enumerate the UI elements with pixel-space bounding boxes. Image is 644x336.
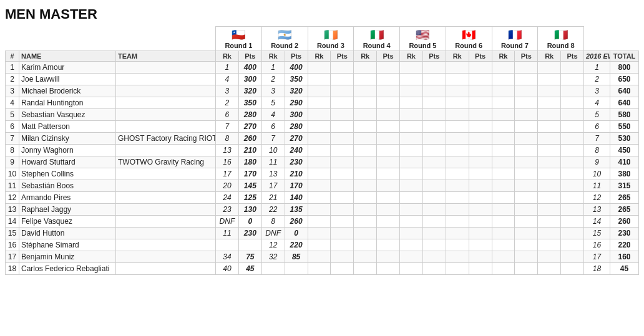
table-cell (308, 263, 331, 275)
table-cell: DNF (216, 216, 239, 228)
table-cell (446, 145, 469, 156)
table-cell: 170 (238, 168, 261, 180)
table-cell (469, 145, 492, 156)
table-cell (216, 239, 239, 251)
table-row: 9Howard StuttardTWOTWO Gravity Racing161… (6, 156, 639, 168)
table-cell (354, 74, 377, 85)
table-cell (561, 145, 584, 156)
table-cell (308, 180, 331, 192)
table-cell (561, 192, 584, 204)
table-cell (400, 204, 423, 216)
table-cell (238, 239, 261, 251)
table-cell: 13 (261, 168, 285, 180)
table-cell: 8 (584, 145, 610, 156)
table-cell: 180 (238, 156, 261, 168)
col-header-team: TEAM (116, 51, 216, 62)
table-cell: 11 (216, 228, 239, 239)
table-cell (331, 192, 354, 204)
table-cell: Joe Lawwill (19, 74, 116, 85)
table-cell (116, 180, 216, 192)
round1-label: Round 1 (218, 42, 260, 49)
table-cell: 260 (238, 133, 261, 145)
col-header-r8rk: Rk (538, 51, 561, 62)
table-cell: 270 (238, 121, 261, 133)
table-cell (377, 74, 400, 85)
table-cell: 5 (584, 109, 610, 121)
table-cell (492, 192, 515, 204)
table-cell (538, 156, 561, 168)
table-cell (377, 121, 400, 133)
table-cell (561, 180, 584, 192)
table-cell (515, 239, 538, 251)
table-cell (538, 74, 561, 85)
table-cell: 18 (6, 263, 19, 275)
table-cell (446, 109, 469, 121)
table-cell (377, 133, 400, 145)
round2-label: Round 2 (264, 42, 306, 49)
table-cell (331, 204, 354, 216)
table-cell: 8 (261, 216, 285, 228)
col-header-name: NAME (19, 51, 116, 62)
table-cell (308, 239, 331, 251)
table-cell: 3 (261, 85, 285, 97)
table-cell (377, 109, 400, 121)
column-header-row: # NAME TEAM Rk Pts Rk Pts Rk Pts Rk Pts … (6, 51, 639, 62)
table-cell (116, 109, 216, 121)
table-cell: 320 (238, 85, 261, 97)
table-cell: 2 (261, 74, 285, 85)
table-cell: 5 (261, 97, 285, 109)
empty-team (116, 27, 216, 51)
table-row: 18Carlos Federico Rebagliati40451845 (6, 263, 639, 275)
table-cell: 4 (584, 97, 610, 109)
table-cell (331, 168, 354, 180)
table-cell: 1 (261, 62, 285, 74)
table-cell (561, 85, 584, 97)
table-cell (469, 121, 492, 133)
table-cell (116, 85, 216, 97)
table-cell: 450 (610, 145, 639, 156)
table-cell (538, 85, 561, 97)
table-cell (116, 263, 216, 275)
table-cell (515, 97, 538, 109)
table-cell (446, 121, 469, 133)
table-cell (446, 216, 469, 228)
table-cell (261, 263, 285, 275)
table-cell (400, 121, 423, 133)
table-cell: 34 (216, 251, 239, 263)
table-cell (446, 168, 469, 180)
table-cell: TWOTWO Gravity Racing (116, 156, 216, 168)
table-cell (446, 228, 469, 239)
table-cell: 6 (261, 121, 285, 133)
col-header-r1pts: Pts (238, 51, 261, 62)
table-cell: 40 (216, 263, 239, 275)
table-cell: 220 (285, 239, 308, 251)
table-row: 11Sebastián Boos201451717011315 (6, 180, 639, 192)
table-row: 17Benjamin Muniz3475328517160 (6, 251, 639, 263)
table-row: 2Joe Lawwill430023502650 (6, 74, 639, 85)
col-header-total: TOTAL (610, 51, 639, 62)
table-cell: 400 (285, 62, 308, 74)
table-cell: 11 (261, 156, 285, 168)
table-cell: 2 (584, 74, 610, 85)
table-cell: 640 (610, 85, 639, 97)
table-cell: 10 (584, 168, 610, 180)
flag-round3: 🇮🇪 (324, 29, 338, 41)
table-body: 1Karim Amour1400140018002Joe Lawwill4300… (6, 62, 639, 275)
col-header-r3rk: Rk (308, 51, 331, 62)
table-cell (561, 121, 584, 133)
table-cell (377, 156, 400, 168)
table-cell (492, 145, 515, 156)
table-cell (331, 228, 354, 239)
table-cell: 20 (216, 180, 239, 192)
round5-flag-header: 🇺🇸 Round 5 (400, 27, 446, 51)
table-cell: 17 (261, 180, 285, 192)
table-cell: 270 (285, 133, 308, 145)
table-cell: 220 (610, 239, 639, 251)
empty-num (6, 27, 19, 51)
table-cell: Howard Stuttard (19, 156, 116, 168)
table-cell (538, 168, 561, 180)
table-cell: Randal Huntington (19, 97, 116, 109)
table-cell: 12 (6, 192, 19, 204)
table-cell (515, 133, 538, 145)
table-row: 1Karim Amour140014001800 (6, 62, 639, 74)
